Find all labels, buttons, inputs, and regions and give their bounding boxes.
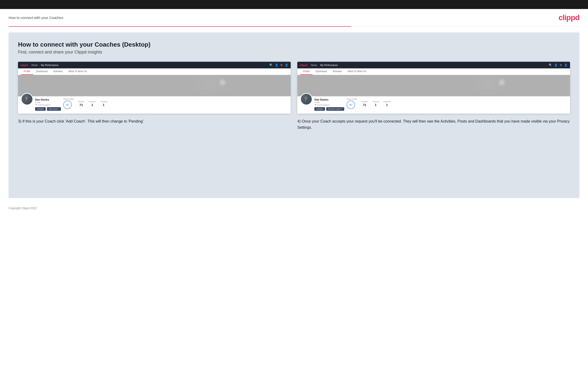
left-browser-nav: clippd Home My Performance 🔍 👤 ⚙ 👤 [18, 62, 291, 68]
right-tab-activities[interactable]: Activities [330, 68, 345, 75]
right-following-value: 1 [384, 103, 391, 107]
unfollow-button[interactable]: Unfollow [35, 107, 46, 111]
right-column: clippd Home My Performance 🔍 👤 ⚙ 👤 Profi… [297, 62, 570, 130]
left-profile-role: Pro [37, 101, 40, 104]
right-followers-value: 1 [372, 103, 379, 107]
left-profile-avatar [21, 93, 33, 105]
right-profile-badge: ✔ Pro [314, 101, 344, 104]
left-following-label: Following [100, 101, 107, 102]
right-nav-home: Home [311, 64, 317, 67]
right-profile-left: Dan Davies ✔ Pro 📍 United Kingdom Unfoll… [300, 98, 344, 111]
settings-icon: ⚙ [280, 63, 283, 67]
left-nav-home: Home [31, 64, 38, 67]
right-following-label: Following [384, 101, 391, 102]
header: How to connect with your Coaches clippd [0, 9, 588, 26]
right-stat-quality: Player Quality 97 [346, 98, 357, 109]
left-column: clippd Home My Performance 🔍 👤 ⚙ 👤 Profi… [18, 62, 291, 130]
logo: clippd [559, 13, 579, 22]
right-profile-avatar [300, 93, 312, 105]
left-stat-followers: Followers 1 [89, 101, 96, 107]
right-profile-buttons: Unfollow Remove Coach ✕ [314, 107, 344, 111]
right-browser-screenshot: clippd Home My Performance 🔍 👤 ⚙ 👤 Profi… [297, 62, 570, 114]
left-activities-value: 71 [78, 103, 85, 107]
right-profile-info: Dan Davies ✔ Pro 📍 United Kingdom Unfoll… [314, 98, 344, 111]
left-profile-buttons: Unfollow Add Coach + [35, 107, 61, 111]
left-nav-my-performance: My Performance [41, 64, 58, 67]
right-stat-following: Following 1 [384, 101, 391, 107]
left-browser-screenshot: clippd Home My Performance 🔍 👤 ⚙ 👤 Profi… [18, 62, 291, 114]
left-tab-what-to-work-on[interactable]: What To Work On [66, 68, 90, 75]
add-coach-button[interactable]: Add Coach + [47, 107, 61, 111]
right-stat-followers: Followers 1 [372, 101, 379, 107]
left-nav-icons: 🔍 👤 ⚙ 👤 [269, 63, 288, 67]
right-browser-logo: clippd [300, 64, 307, 67]
left-followers-value: 1 [89, 103, 96, 107]
plus-icon: + [58, 108, 59, 110]
left-profile-name: Dan Davies [35, 98, 61, 101]
right-nav-icons: 🔍 👤 ⚙ 👤 [549, 63, 568, 67]
right-user-icon: 👤 [554, 63, 558, 67]
left-tab-dashboard[interactable]: Dashboard [33, 68, 51, 75]
left-stat-quality: Player Quality 97 [63, 98, 74, 109]
left-stat-following: Following 1 [100, 101, 107, 107]
page-heading: How to connect with your Coaches (Deskto… [18, 41, 570, 48]
avatar-icon: 👤 [285, 63, 288, 67]
left-caption: 3) If this is your Coach click 'Add Coac… [18, 118, 291, 125]
remove-coach-button[interactable]: Remove Coach ✕ [326, 107, 345, 111]
right-profile-role: Pro [317, 101, 320, 104]
search-icon: 🔍 [269, 63, 273, 67]
right-browser-nav: clippd Home My Performance 🔍 👤 ⚙ 👤 [297, 62, 570, 68]
right-caption: 4) Once your Coach accepts your request … [297, 118, 570, 130]
left-profile-badge: ✔ Pro [35, 101, 61, 104]
left-cover-image [18, 75, 291, 96]
top-bar [0, 0, 588, 9]
right-profile-stats: Player Quality 97 Activities 71 Follower… [346, 98, 390, 109]
left-stat-activities: Activities 71 [78, 101, 85, 107]
right-activities-value: 71 [361, 103, 368, 107]
left-profile-cover [18, 75, 291, 96]
main-content: How to connect with your Coaches (Deskto… [9, 33, 579, 198]
left-quality-label: Player Quality [63, 98, 74, 100]
left-profile-info: Dan Davies ✔ Pro 📍 United Kingdom Unfoll… [35, 98, 61, 111]
close-icon: ✕ [341, 108, 342, 110]
left-activities-label: Activities [78, 101, 85, 102]
right-check-icon: ✔ [314, 101, 316, 104]
right-unfollow-button[interactable]: Unfollow [314, 107, 325, 111]
right-settings-icon: ⚙ [560, 63, 562, 67]
left-followers-label: Followers [89, 101, 96, 102]
check-icon: ✔ [35, 101, 37, 104]
right-profile-cover [297, 75, 570, 96]
right-nav-my-performance: My Performance [320, 64, 337, 67]
right-quality-circle: 97 [346, 100, 355, 109]
right-browser-tabs: Profile Dashboard Activities What To Wor… [297, 68, 570, 75]
right-search-icon: 🔍 [549, 63, 552, 67]
right-activities-label: Activities [361, 101, 368, 102]
right-profile-name: Dan Davies [314, 98, 344, 101]
right-tab-dashboard[interactable]: Dashboard [312, 68, 330, 75]
left-browser-logo: clippd [20, 64, 28, 67]
left-profile-stats: Player Quality 97 Activities 71 Follower… [63, 98, 107, 109]
right-tab-profile[interactable]: Profile [300, 68, 312, 75]
left-browser-tabs: Profile Dashboard Activities What To Wor… [18, 68, 291, 75]
left-profile-location: 📍 United Kingdom [35, 104, 61, 106]
left-tab-activities[interactable]: Activities [51, 68, 65, 75]
right-stat-activities: Activities 71 [361, 101, 368, 107]
right-profile-location: 📍 United Kingdom [314, 104, 344, 106]
right-tab-what-to-work-on[interactable]: What To Work On [345, 68, 369, 75]
footer: Copyright Clippd 2022 [0, 204, 588, 213]
user-icon: 👤 [275, 63, 278, 67]
page-subheading: Find, connect and share your Clippd insi… [18, 50, 570, 55]
header-divider [9, 26, 579, 27]
right-quality-label: Player Quality [346, 98, 357, 100]
right-avatar-icon: 👤 [564, 63, 568, 67]
right-followers-label: Followers [372, 101, 379, 102]
left-quality-circle: 97 [63, 100, 72, 109]
copyright: Copyright Clippd 2022 [9, 207, 37, 210]
columns: clippd Home My Performance 🔍 👤 ⚙ 👤 Profi… [18, 62, 570, 130]
right-cover-image [297, 75, 570, 96]
header-title: How to connect with your Coaches [9, 16, 63, 20]
left-tab-profile[interactable]: Profile [21, 68, 33, 75]
left-profile-section: Dan Davies ✔ Pro 📍 United Kingdom Unfoll… [18, 96, 291, 114]
left-following-value: 1 [100, 103, 107, 107]
right-profile-section: Dan Davies ✔ Pro 📍 United Kingdom Unfoll… [297, 96, 570, 114]
